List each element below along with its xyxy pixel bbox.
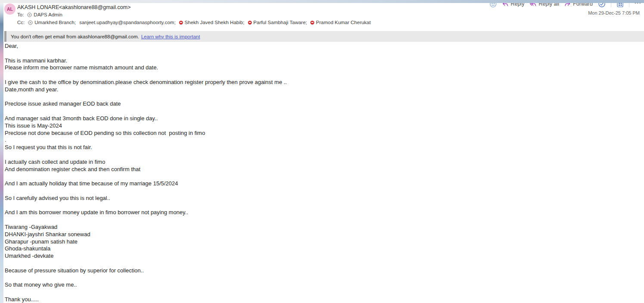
body-line: And denomination register check and then…	[5, 166, 607, 173]
banner-accent-bar	[4, 31, 6, 42]
recipient-chip[interactable]: Shekh Javed Shekh Habib;	[179, 20, 245, 25]
body-line: Gharapur -punam satish hate	[5, 238, 607, 246]
body-line: Tiwarang -Gayakwad	[5, 224, 607, 231]
body-line	[5, 289, 607, 296]
window-top-gradient-bar	[0, 0, 644, 3]
recipient-name: DAPS Admin	[34, 12, 62, 17]
body-line: .	[5, 137, 607, 144]
presence-busy-icon	[310, 21, 314, 25]
sender-avatar[interactable]: AL	[4, 3, 15, 15]
sender-display-name[interactable]: AKASH LONARE<akashlonare88@gmail.com>	[17, 4, 131, 10]
body-line	[5, 94, 607, 101]
message-timestamp: Mon 29-Dec-25 7:05 PM	[588, 10, 640, 16]
body-line: Preclose issue asked manager EOD back da…	[5, 100, 607, 108]
body-line: Preclose not done because of EOD pending…	[5, 130, 607, 137]
body-line: Please inform me borrower name mismatch …	[5, 64, 607, 72]
recipient-chip[interactable]: Umarkhed Branch;	[28, 20, 76, 25]
recipient-chip[interactable]: Parful Sambhaji Taware;	[248, 20, 307, 25]
body-line: And I am actually holiday that time beca…	[5, 180, 607, 187]
presence-busy-icon	[179, 21, 183, 25]
presence-offline-icon	[28, 20, 33, 25]
presence-offline-icon	[27, 12, 32, 17]
body-line: So that money who give me..	[5, 281, 607, 289]
body-line: Because of pressure situation by superio…	[5, 267, 607, 275]
body-line	[5, 187, 607, 195]
body-line	[5, 173, 607, 180]
body-line	[5, 275, 607, 282]
presence-busy-icon	[248, 21, 252, 25]
recipient-name: Parful Sambhaji Taware;	[254, 20, 307, 25]
to-row: To: DAPS Admin	[17, 12, 62, 17]
body-line: Dear,	[5, 43, 607, 50]
body-line: This is manmani karbhar.	[5, 57, 607, 65]
recipient-name: sanjeet.upadhyay@spandanasphoorty.com;	[79, 20, 176, 25]
cc-label: Cc:	[17, 20, 25, 25]
body-line: Thank you.....	[5, 296, 607, 303]
body-line: DHANKI-jayshri Shankar sonewad	[5, 231, 607, 238]
body-line	[5, 216, 607, 224]
body-line	[5, 202, 607, 209]
body-line: Umarkhed -devkate	[5, 253, 607, 260]
body-line: Ghoda-shakuntala	[5, 245, 607, 253]
banner-text: You don't often get email from akashlona…	[11, 34, 139, 39]
body-line	[5, 72, 607, 79]
body-line: Date,month and year.	[5, 86, 607, 94]
body-line	[5, 50, 607, 57]
body-line	[5, 108, 607, 115]
banner-learn-why-link[interactable]: Learn why this is important	[141, 34, 200, 39]
recipient-chip[interactable]: sanjeet.upadhyay@spandanasphoorty.com;	[79, 20, 176, 25]
to-label: To:	[17, 12, 24, 17]
recipient-name: Umarkhed Branch;	[34, 20, 76, 25]
body-line: This issue is May-2024	[5, 122, 607, 130]
recipient-name: Shekh Javed Shekh Habib;	[185, 20, 245, 25]
cc-row: Cc: Umarkhed Branch;sanjeet.upadhyay@spa…	[17, 20, 371, 25]
body-line: And I am this borrower money update in f…	[5, 209, 607, 216]
external-sender-banner: You don't often get email from akashlona…	[4, 31, 644, 42]
desktop-edge-strip	[0, 3, 3, 303]
email-body: Dear,This is manmani karbhar.Please info…	[5, 43, 607, 303]
recipient-chip[interactable]: Pramod Kumar Cherukat	[310, 20, 371, 25]
body-line: And manager said that 3month back EOD do…	[5, 115, 607, 122]
body-line: So I request you that this is not fair.	[5, 144, 607, 151]
recipient-name: Pramod Kumar Cherukat	[316, 20, 371, 25]
recipient-chip[interactable]: DAPS Admin	[27, 12, 62, 17]
body-line	[5, 151, 607, 159]
body-line	[5, 260, 607, 267]
body-line: I actually cash collect and update in fi…	[5, 159, 607, 166]
body-line: I give the cash to the office by denomin…	[5, 79, 607, 86]
body-line: So I carefully advised you this is not l…	[5, 195, 607, 202]
